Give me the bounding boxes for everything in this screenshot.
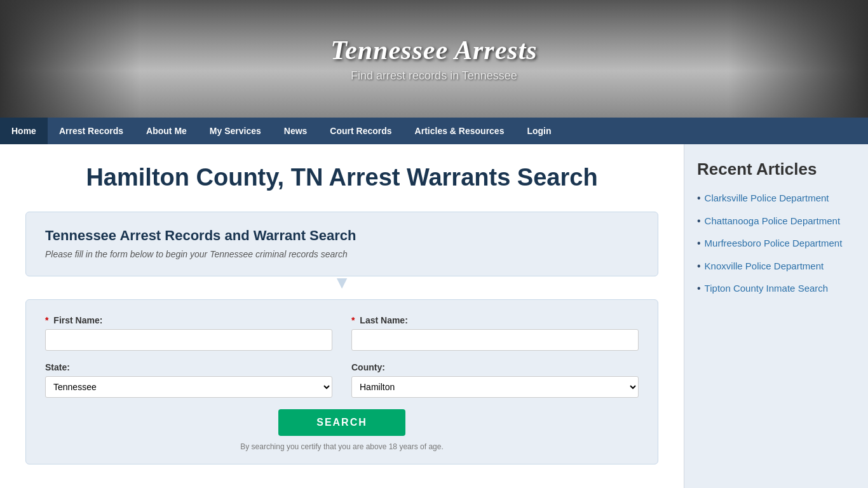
list-item: • Murfreesboro Police Department [697,237,855,250]
site-header: Tennessee Arrests Find arrest records in… [0,0,868,118]
bullet-icon: • [697,283,701,294]
search-button[interactable]: SEARCH [278,409,405,436]
search-button-row: SEARCH [45,409,639,436]
sidebar-title: Recent Articles [697,159,855,179]
form-box-subtitle: Please fill in the form below to begin y… [45,249,639,259]
nav-about-me[interactable]: About Me [135,118,198,144]
last-name-label: * Last Name: [351,315,639,325]
list-item: • Clarksville Police Department [697,192,855,205]
header-right-decoration [728,0,868,118]
arrow-icon: ▼ [25,274,658,292]
last-name-input[interactable] [351,329,639,351]
header-content: Tennessee Arrests Find arrest records in… [330,35,537,83]
nav-court-records[interactable]: Court Records [318,118,403,144]
certify-text: By searching you certify that you are ab… [45,442,639,451]
state-select[interactable]: Tennessee [45,376,332,398]
bullet-icon: • [697,215,701,227]
header-left-decoration [0,0,140,118]
county-group: County: Hamilton [351,362,639,398]
county-label: County: [351,362,639,372]
nav-home[interactable]: Home [0,118,48,144]
sidebar: Recent Articles • Clarksville Police Dep… [684,144,868,488]
name-fields-row: * First Name: * Last Name: [45,315,639,351]
first-name-input[interactable] [45,329,332,351]
bullet-icon: • [697,238,701,249]
recent-articles-list: • Clarksville Police Department • Chatta… [697,192,855,295]
first-name-required: * [45,315,48,325]
nav-my-services[interactable]: My Services [198,118,273,144]
nav-arrest-records[interactable]: Arrest Records [48,118,135,144]
search-form: * First Name: * Last Name: State: [25,299,658,464]
location-fields-row: State: Tennessee County: Hamilton [45,362,639,398]
state-group: State: Tennessee [45,362,332,398]
bullet-icon: • [697,261,701,272]
sidebar-article-link[interactable]: Knoxville Police Department [705,260,824,273]
first-name-label: * First Name: [45,315,332,325]
first-name-group: * First Name: [45,315,332,351]
content-area: Hamilton County, TN Arrest Warrants Sear… [0,144,684,488]
county-select[interactable]: Hamilton [351,376,639,398]
sidebar-article-link[interactable]: Murfreesboro Police Department [705,237,843,250]
list-item: • Chattanooga Police Department [697,215,855,227]
main-layout: Hamilton County, TN Arrest Warrants Sear… [0,144,868,488]
sidebar-article-link[interactable]: Clarksville Police Department [705,192,829,205]
sidebar-article-link[interactable]: Tipton County Inmate Search [705,282,829,295]
state-label: State: [45,362,332,372]
page-title: Hamilton County, TN Arrest Warrants Sear… [25,163,658,193]
last-name-group: * Last Name: [351,315,639,351]
form-box-title: Tennessee Arrest Records and Warrant Sea… [45,227,639,244]
site-title: Tennessee Arrests [330,35,537,65]
nav-login[interactable]: Login [515,118,562,144]
list-item: • Knoxville Police Department [697,260,855,273]
bullet-icon: • [697,193,701,204]
sidebar-article-link[interactable]: Chattanooga Police Department [705,215,840,227]
nav-articles-resources[interactable]: Articles & Resources [403,118,516,144]
nav-news[interactable]: News [273,118,319,144]
list-item: • Tipton County Inmate Search [697,282,855,295]
info-box: Tennessee Arrest Records and Warrant Sea… [25,212,658,276]
navbar: Home Arrest Records About Me My Services… [0,118,868,144]
last-name-required: * [351,315,355,325]
site-subtitle: Find arrest records in Tennessee [330,69,537,83]
